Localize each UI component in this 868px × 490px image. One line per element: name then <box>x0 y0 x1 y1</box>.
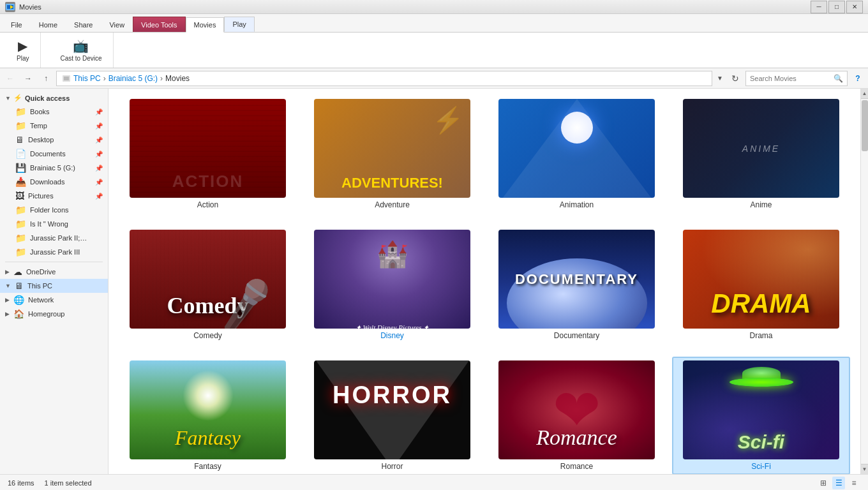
folder-romance-label: Romance <box>560 462 593 471</box>
folder-action[interactable]: ACTION Action <box>119 95 297 213</box>
sidebar-item-pictures[interactable]: 🖼 Pictures 📌 <box>0 189 108 203</box>
folder-animation[interactable]: Animation <box>488 95 666 213</box>
item-count: 16 items <box>8 479 34 487</box>
folder-documentary[interactable]: DOCUMENTARY Documentary <box>488 226 666 344</box>
pin-icon-5: 📌 <box>95 165 103 172</box>
sidebar-item-books[interactable]: 📁 Books 📌 <box>0 105 108 119</box>
desktop-label: Desktop <box>28 136 54 144</box>
forward-button[interactable]: → <box>20 71 36 86</box>
sidebar-item-temp[interactable]: 📁 Temp 📌 <box>0 119 108 133</box>
folder-animation-label: Animation <box>560 200 594 209</box>
jurassic2-label: Jurassic Park II; The... <box>30 234 87 242</box>
sidebar-item-onedrive[interactable]: ▶ ☁ OneDrive <box>0 265 108 279</box>
folder-adventure[interactable]: ⚡ ADVENTURES! Adventure <box>303 95 481 213</box>
foldericons-icon: 📁 <box>15 205 26 215</box>
svg-rect-4 <box>64 77 69 80</box>
cast-icon: 📺 <box>73 38 89 54</box>
tab-movies[interactable]: Movies <box>186 17 225 33</box>
jurassic3-icon: 📁 <box>15 247 26 257</box>
scroll-down[interactable]: ▼ <box>861 464 868 474</box>
tab-file[interactable]: File <box>3 17 31 32</box>
status-bar: 16 items 1 item selected ⊞ ☰ ≡ <box>0 474 868 490</box>
onedrive-icon: ☁ <box>13 267 22 277</box>
chevron-homegroup: ▶ <box>5 311 10 317</box>
close-button[interactable]: ✕ <box>846 1 863 13</box>
large-icons-view[interactable]: ⊞ <box>817 477 830 489</box>
sidebar-item-documents[interactable]: 📄 Documents 📌 <box>0 147 108 161</box>
folder-drama[interactable]: DRAMA Drama <box>672 226 850 344</box>
jurassic3-label: Jurassic Park III <box>30 248 80 256</box>
pin-icon-7: 📌 <box>95 193 103 200</box>
help-button[interactable]: ? <box>850 71 865 86</box>
pin-icon-6: 📌 <box>95 179 103 186</box>
pictures-icon: 🖼 <box>15 191 24 201</box>
list-view[interactable]: ≡ <box>848 477 860 489</box>
tab-home[interactable]: Home <box>31 17 66 32</box>
ribbon-content: ▶ Play 📺 Cast to Device <box>0 32 868 68</box>
scroll-up[interactable]: ▲ <box>861 89 868 99</box>
divider-1 <box>5 262 103 262</box>
folder-adventure-label: Adventure <box>375 200 410 209</box>
network-label: Network <box>28 296 54 304</box>
desktop-icon: 🖥 <box>15 135 24 145</box>
sidebar-item-brainiac[interactable]: 💾 Brainiac 5 (G:) 📌 <box>0 161 108 175</box>
address-path[interactable]: This PC › Brainiac 5 (G:) › Movies <box>56 71 712 86</box>
maximize-button[interactable]: □ <box>828 1 845 13</box>
sidebar-item-network[interactable]: ▶ 🌐 Network <box>0 293 108 307</box>
foldericons-label: Folder Icons <box>30 206 69 214</box>
folder-comedy-thumb: Comedy 🎤 <box>130 230 286 329</box>
folder-comedy[interactable]: Comedy 🎤 Comedy <box>119 226 297 344</box>
refresh-button[interactable]: ↻ <box>728 71 743 86</box>
sidebar-item-jurassic2[interactable]: 📁 Jurassic Park II; The... <box>0 231 108 245</box>
search-input[interactable] <box>750 75 831 82</box>
cast-button[interactable]: 📺 Cast to Device <box>56 37 105 63</box>
tab-share[interactable]: Share <box>66 17 101 32</box>
search-box: 🔍 <box>745 71 848 86</box>
folder-documentary-thumb: DOCUMENTARY <box>498 230 655 329</box>
documents-label: Documents <box>30 150 66 158</box>
brainiac-icon: 💾 <box>15 163 26 173</box>
scrollbar[interactable]: ▲ ▼ <box>860 89 868 474</box>
back-button[interactable]: ← <box>3 71 18 86</box>
sidebar-item-jurassic3[interactable]: 📁 Jurassic Park III <box>0 245 108 259</box>
quickaccess-label: Quick access <box>25 94 70 102</box>
folder-fantasy[interactable]: Fantasy Fantasy <box>119 357 297 474</box>
path-thispc: This PC <box>73 74 101 83</box>
thispc-label: This PC <box>27 282 52 290</box>
tab-video-tools[interactable]: Video Tools <box>133 17 185 32</box>
sidebar-item-downloads[interactable]: 📥 Downloads 📌 <box>0 175 108 189</box>
minimize-button[interactable]: ─ <box>811 1 827 13</box>
path-folder: Movies <box>165 74 190 83</box>
pin-icon-4: 📌 <box>95 151 103 158</box>
sidebar-item-thispc[interactable]: ▼ 🖥 This PC <box>0 279 108 293</box>
brainiac-label: Brainiac 5 (G:) <box>30 164 75 172</box>
up-button[interactable]: ↑ <box>38 71 54 86</box>
address-dropdown[interactable]: ▼ <box>715 71 725 86</box>
chevron-network: ▶ <box>5 297 10 303</box>
folder-anime[interactable]: ANIME Anime <box>672 95 850 213</box>
folder-horror[interactable]: HORROR Horror <box>303 357 481 474</box>
ribbon: File Home Share View Video Tools Movies … <box>0 14 868 68</box>
content-area[interactable]: ACTION Action ⚡ ADVENTURES! Adventure <box>108 89 860 474</box>
sidebar: ▼ ⚡ Quick access 📁 Books 📌 📁 Temp 📌 🖥 De… <box>0 89 108 474</box>
sidebar-item-desktop[interactable]: 🖥 Desktop 📌 <box>0 133 108 147</box>
sidebar-item-homegroup[interactable]: ▶ 🏠 Homegroup <box>0 307 108 321</box>
details-view[interactable]: ☰ <box>832 477 845 489</box>
folder-scifi[interactable]: Sci-fi Sci-Fi <box>672 357 850 474</box>
play-button[interactable]: ▶ Play <box>13 37 33 63</box>
tab-view[interactable]: View <box>101 17 133 32</box>
pin-icon-2: 📌 <box>95 122 103 130</box>
sidebar-quickaccess-header[interactable]: ▼ ⚡ Quick access <box>0 91 108 105</box>
scroll-thumb[interactable] <box>862 100 868 151</box>
folder-disney[interactable]: ✦ Walt Disney Pictures ✦ 🏰 Disney <box>303 226 481 344</box>
chevron-icon: ▼ <box>5 95 11 101</box>
tab-play[interactable]: Play <box>224 17 254 32</box>
downloads-icon: 📥 <box>15 177 26 187</box>
folder-grid: ACTION Action ⚡ ADVENTURES! Adventure <box>119 95 850 474</box>
path-drive: Brainiac 5 (G:) <box>108 74 158 83</box>
folder-romance[interactable]: ❤ Romance Romance <box>488 357 666 474</box>
homegroup-label: Homegroup <box>28 310 64 318</box>
downloads-label: Downloads <box>30 178 64 186</box>
sidebar-item-iswrong[interactable]: 📁 Is It " Wrong <box>0 217 108 231</box>
sidebar-item-folder-icons[interactable]: 📁 Folder Icons <box>0 203 108 217</box>
